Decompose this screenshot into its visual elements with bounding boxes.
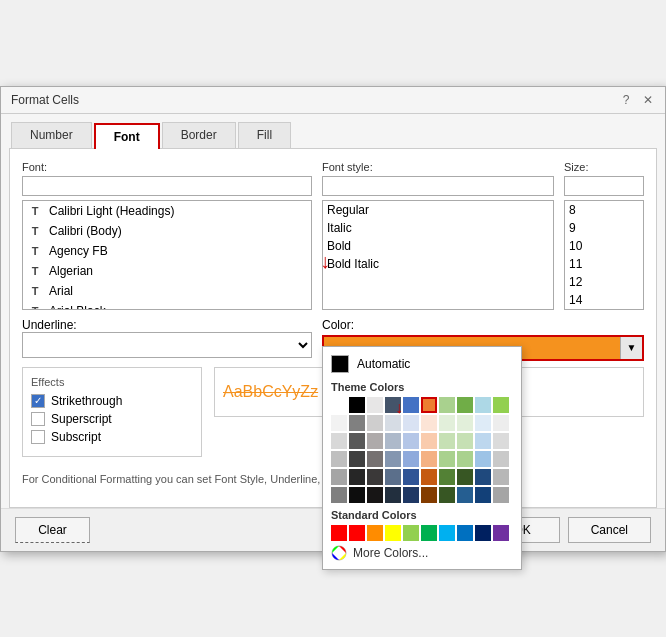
theme-color-cell[interactable]: [493, 397, 509, 413]
theme-color-cell[interactable]: [367, 469, 383, 485]
theme-color-cell[interactable]: [475, 433, 491, 449]
theme-color-cell[interactable]: [439, 487, 455, 503]
tab-number[interactable]: Number: [11, 122, 92, 148]
theme-color-cell[interactable]: [403, 397, 419, 413]
size-list-item[interactable]: 11: [565, 255, 643, 273]
tab-border[interactable]: Border: [162, 122, 236, 148]
theme-color-cell[interactable]: [367, 451, 383, 467]
theme-color-cell[interactable]: [493, 451, 509, 467]
theme-color-cell[interactable]: [493, 487, 509, 503]
font-list-item[interactable]: T Agency FB: [23, 241, 311, 261]
theme-color-cell[interactable]: [421, 469, 437, 485]
theme-color-cell[interactable]: [367, 487, 383, 503]
font-input[interactable]: [22, 176, 312, 196]
theme-color-cell[interactable]: [475, 469, 491, 485]
theme-color-cell[interactable]: [349, 487, 365, 503]
theme-color-cell[interactable]: [403, 451, 419, 467]
theme-color-cell[interactable]: [367, 397, 383, 413]
standard-color-cell[interactable]: [475, 525, 491, 541]
theme-color-cell[interactable]: [493, 469, 509, 485]
superscript-checkbox[interactable]: [31, 412, 45, 426]
standard-color-cell[interactable]: [493, 525, 509, 541]
size-list[interactable]: 8 9 10 11 12 14: [564, 200, 644, 310]
theme-color-cell[interactable]: [331, 415, 347, 431]
automatic-color-option[interactable]: Automatic: [331, 355, 513, 373]
style-list-item[interactable]: Bold Italic: [323, 255, 553, 273]
font-list-item[interactable]: T Arial: [23, 281, 311, 301]
standard-color-cell[interactable]: [421, 525, 437, 541]
theme-color-cell[interactable]: [475, 397, 491, 413]
theme-color-cell[interactable]: [439, 433, 455, 449]
standard-color-cell[interactable]: [367, 525, 383, 541]
theme-color-cell[interactable]: [421, 415, 437, 431]
theme-color-cell[interactable]: [331, 397, 347, 413]
tab-fill[interactable]: Fill: [238, 122, 291, 148]
theme-color-cell[interactable]: [349, 451, 365, 467]
theme-color-cell[interactable]: [349, 415, 365, 431]
close-button[interactable]: ✕: [641, 93, 655, 107]
theme-color-cell[interactable]: [439, 451, 455, 467]
size-list-item[interactable]: 9: [565, 219, 643, 237]
clear-button[interactable]: Clear: [15, 517, 90, 543]
theme-color-cell[interactable]: [493, 415, 509, 431]
theme-color-cell[interactable]: [385, 433, 401, 449]
theme-color-cell[interactable]: [421, 433, 437, 449]
theme-color-cell[interactable]: [457, 469, 473, 485]
font-list-item[interactable]: T Calibri Light (Headings): [23, 201, 311, 221]
theme-color-cell[interactable]: [331, 469, 347, 485]
style-list[interactable]: Regular Italic Bold Bold Italic: [322, 200, 554, 310]
underline-select[interactable]: [22, 332, 312, 358]
style-list-item[interactable]: Bold: [323, 237, 553, 255]
theme-color-cell[interactable]: [349, 397, 365, 413]
theme-color-cell[interactable]: [403, 487, 419, 503]
theme-color-cell[interactable]: [349, 433, 365, 449]
theme-color-cell[interactable]: [421, 451, 437, 467]
standard-color-cell[interactable]: [385, 525, 401, 541]
style-list-item[interactable]: Italic: [323, 219, 553, 237]
size-list-item[interactable]: 8: [565, 201, 643, 219]
size-list-item[interactable]: 12: [565, 273, 643, 291]
theme-color-cell[interactable]: [457, 415, 473, 431]
strikethrough-checkbox[interactable]: [31, 394, 45, 408]
theme-color-cell[interactable]: [385, 487, 401, 503]
theme-color-cell[interactable]: [403, 433, 419, 449]
theme-color-cell[interactable]: [367, 433, 383, 449]
theme-color-cell[interactable]: [403, 415, 419, 431]
size-input[interactable]: [564, 176, 644, 196]
theme-color-cell[interactable]: [385, 397, 401, 413]
standard-color-cell[interactable]: [439, 525, 455, 541]
theme-color-cell[interactable]: [421, 487, 437, 503]
font-list-item[interactable]: T Calibri (Body): [23, 221, 311, 241]
theme-color-cell[interactable]: [475, 451, 491, 467]
theme-color-cell[interactable]: [403, 469, 419, 485]
theme-color-cell[interactable]: [457, 433, 473, 449]
theme-color-cell[interactable]: [493, 433, 509, 449]
font-list-item[interactable]: T Arial Black: [23, 301, 311, 310]
more-colors-option[interactable]: More Colors...: [331, 545, 513, 561]
standard-color-cell[interactable]: [457, 525, 473, 541]
theme-color-cell[interactable]: [385, 415, 401, 431]
font-list[interactable]: T Calibri Light (Headings) T Calibri (Bo…: [22, 200, 312, 310]
theme-color-cell[interactable]: [439, 469, 455, 485]
theme-color-cell[interactable]: [367, 415, 383, 431]
theme-color-cell[interactable]: [457, 451, 473, 467]
theme-color-cell[interactable]: [439, 397, 455, 413]
size-list-item[interactable]: 10: [565, 237, 643, 255]
tab-font[interactable]: Font: [94, 123, 160, 149]
theme-color-cell[interactable]: [457, 487, 473, 503]
style-input[interactable]: [322, 176, 554, 196]
standard-color-cell[interactable]: [331, 525, 347, 541]
theme-color-cell[interactable]: [439, 415, 455, 431]
theme-color-cell[interactable]: [421, 397, 437, 413]
subscript-checkbox[interactable]: [31, 430, 45, 444]
theme-color-cell[interactable]: [331, 433, 347, 449]
font-list-item[interactable]: T Algerian: [23, 261, 311, 281]
standard-color-cell[interactable]: [349, 525, 365, 541]
theme-color-cell[interactable]: [475, 487, 491, 503]
theme-color-cell[interactable]: [385, 469, 401, 485]
help-button[interactable]: ?: [619, 93, 633, 107]
standard-color-cell[interactable]: [403, 525, 419, 541]
cancel-button[interactable]: Cancel: [568, 517, 651, 543]
theme-color-cell[interactable]: [457, 397, 473, 413]
style-list-item[interactable]: Regular: [323, 201, 553, 219]
